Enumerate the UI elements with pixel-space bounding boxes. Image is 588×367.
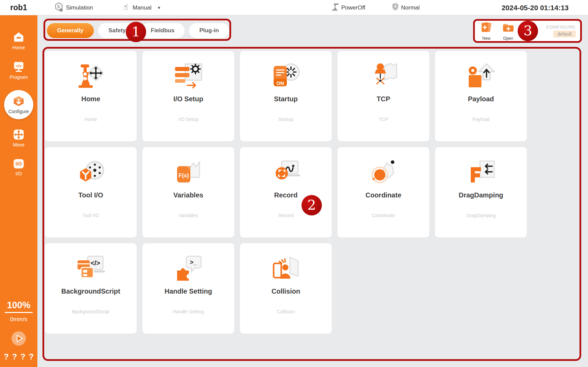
config-card-startup[interactable]: ONStartupStartup: [240, 51, 332, 141]
config-card-tcp[interactable]: TCPTCP: [338, 51, 429, 141]
home-nav-icon: [12, 31, 25, 44]
configure-nav-icon: [12, 95, 26, 109]
tool-io-icon: [45, 155, 137, 188]
robot-name: rob1: [10, 0, 27, 15]
mode-dropdown[interactable]: ☝ Manual ▼: [121, 0, 161, 15]
variables-icon: F(x): [142, 155, 234, 188]
card-subtitle: Coordinate: [338, 213, 429, 218]
home-card-icon: [45, 59, 137, 92]
config-meta: CONFIGURE default: [546, 24, 576, 37]
help-question-mark[interactable]: ?: [20, 352, 25, 362]
card-subtitle: TCP: [338, 117, 429, 122]
open-folder-icon: [501, 21, 515, 36]
card-subtitle: I/O Setup: [142, 117, 234, 122]
new-label: New: [482, 36, 490, 41]
config-card-payload[interactable]: PayloadPayload: [435, 51, 527, 141]
program-nav-icon: </>: [12, 60, 25, 73]
robot-arm-icon: [331, 2, 339, 13]
config-card-coordinate[interactable]: CoordinateCoordinate: [338, 147, 429, 238]
help-question-mark[interactable]: ?: [4, 352, 9, 362]
svg-text:ON: ON: [276, 80, 284, 86]
card-title: Collision: [240, 287, 332, 295]
open-config-button[interactable]: Open: [501, 21, 515, 41]
tab-safety[interactable]: Safety: [98, 23, 136, 38]
card-title: Coordinate: [338, 191, 429, 199]
speed-block: 100% 0mm/s: [0, 300, 37, 323]
card-subtitle: Record: [240, 213, 332, 218]
config-card-home[interactable]: HomeHome: [45, 51, 137, 141]
safety-status[interactable]: Normal: [392, 0, 420, 15]
config-card-tool-i-o[interactable]: Tool I/OTool I/O: [45, 147, 137, 238]
help-marks-row[interactable]: ????: [0, 352, 37, 362]
sidebar-item-move[interactable]: Move: [12, 128, 25, 147]
open-label: Open: [503, 36, 513, 41]
card-title: BackgroundScript: [45, 287, 137, 295]
hand-icon: ☝: [121, 2, 131, 13]
card-title: TCP: [338, 95, 429, 103]
sidebar: Home</>ProgramConfigureMoveI/OI/O 100% 0…: [0, 15, 37, 367]
card-title: I/O Setup: [142, 95, 234, 103]
simulation-icon: S: [54, 2, 64, 14]
card-subtitle: Startup: [240, 117, 332, 122]
help-question-mark[interactable]: ?: [12, 352, 17, 362]
tab-fieldbus[interactable]: Fieldbus: [141, 23, 185, 38]
datetime-display: 2024-05-20 01:14:13: [502, 0, 569, 15]
dragdamping-icon: [435, 155, 527, 188]
safety-status-label: Normal: [401, 4, 420, 11]
play-button[interactable]: [11, 331, 27, 346]
simulation-label: Simulation: [66, 4, 93, 11]
card-subtitle: Tool I/O: [45, 213, 137, 218]
card-title: Home: [45, 95, 137, 103]
sidebar-item-label: Move: [13, 142, 24, 147]
sidebar-nav: Home</>ProgramConfigureMoveI/OI/O: [0, 31, 37, 187]
svg-text:</>: </>: [90, 259, 100, 267]
current-config-badge[interactable]: default: [553, 31, 576, 37]
coordinate-icon: [338, 155, 429, 188]
card-subtitle: DragDamping: [435, 213, 527, 218]
config-card-i-o-setup[interactable]: I/O SetupI/O Setup: [142, 51, 234, 141]
card-subtitle: Collision: [240, 309, 332, 314]
sidebar-item-label: Home: [12, 45, 25, 50]
card-title: DragDamping: [435, 191, 527, 199]
svg-text:S: S: [57, 4, 60, 9]
collision-icon: [240, 251, 332, 284]
handle-setting-icon: >_: [142, 251, 234, 284]
config-card-dragdamping[interactable]: DragDampingDragDamping: [435, 147, 527, 238]
help-question-mark[interactable]: ?: [29, 352, 34, 362]
card-subtitle: Home: [45, 117, 137, 122]
power-status[interactable]: PowerOff: [331, 0, 365, 15]
config-file-panel: New Open CONFIGURE default: [474, 20, 581, 41]
new-config-button[interactable]: New: [479, 21, 494, 41]
card-subtitle: Payload: [435, 117, 527, 122]
sidebar-item-i-o[interactable]: I/OI/O: [12, 158, 25, 176]
card-title: Startup: [240, 95, 332, 103]
config-card-variables[interactable]: F(x)VariablesVariables: [142, 147, 234, 238]
sidebar-item-label: Program: [10, 74, 28, 80]
config-card-record[interactable]: RecordRecord: [240, 147, 332, 238]
sidebar-item-configure[interactable]: Configure: [4, 90, 33, 119]
startup-icon: ON: [240, 59, 332, 92]
power-status-label: PowerOff: [341, 4, 365, 11]
main-content: GenerallySafetyFieldbusPlug-in New Open …: [37, 15, 588, 367]
speed-percent[interactable]: 100%: [5, 300, 32, 313]
config-card-collision[interactable]: CollisionCollision: [240, 243, 332, 334]
tab-plug-in[interactable]: Plug-in: [189, 23, 229, 38]
card-subtitle: Variables: [142, 213, 234, 218]
sidebar-item-label: I/O: [16, 171, 22, 176]
new-file-icon: [479, 21, 494, 36]
config-card-backgroundscript[interactable]: </>BackgroundScriptBackgroundScript: [45, 243, 137, 334]
shield-icon: [392, 2, 399, 13]
payload-icon: [435, 59, 527, 92]
tab-generally[interactable]: Generally: [47, 23, 94, 38]
sidebar-item-program[interactable]: </>Program: [10, 60, 28, 80]
io-nav-icon: I/O: [12, 158, 25, 170]
sidebar-item-label: Configure: [8, 109, 29, 114]
sidebar-item-home[interactable]: Home: [12, 31, 25, 50]
app-window: rob1 S Simulation ☝ Manual ▼ PowerOff No…: [0, 0, 588, 367]
config-tabs: GenerallySafetyFieldbusPlug-in: [47, 23, 229, 38]
card-title: Handle Setting: [142, 287, 234, 295]
top-status-bar: rob1 S Simulation ☝ Manual ▼ PowerOff No…: [0, 0, 588, 15]
config-card-handle-setting[interactable]: >_Handle SettingHandle Setting: [142, 243, 234, 334]
record-icon: [240, 155, 332, 188]
tcp-icon: [338, 59, 429, 92]
